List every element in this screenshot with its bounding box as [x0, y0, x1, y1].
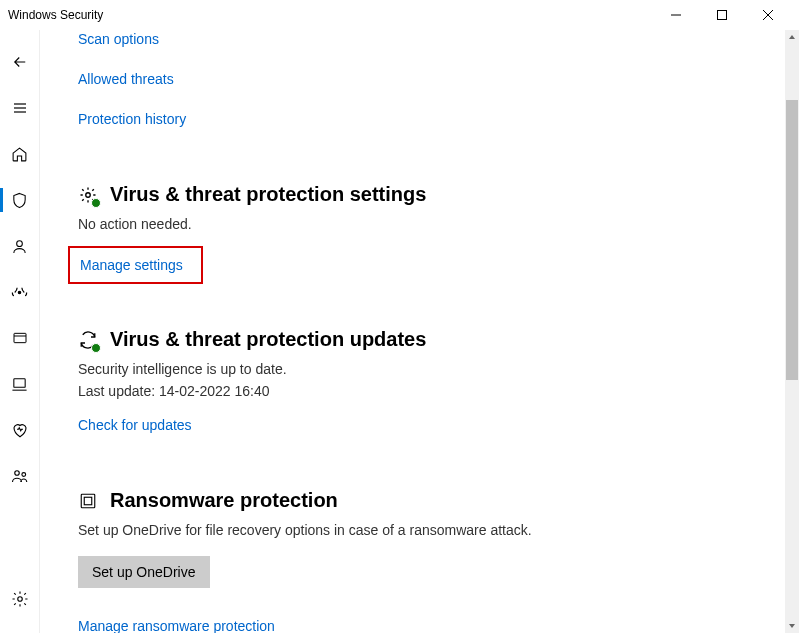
manage-settings-highlight: Manage settings [68, 246, 203, 284]
ransomware-section: Ransomware protection Set up OneDrive fo… [78, 489, 759, 633]
svg-point-15 [17, 597, 22, 602]
svg-point-8 [18, 291, 20, 293]
close-button[interactable] [745, 0, 791, 30]
sidebar-item-device-health[interactable] [0, 414, 40, 446]
manage-settings-link[interactable]: Manage settings [80, 257, 183, 273]
sidebar-item-device-security[interactable] [0, 368, 40, 400]
svg-point-14 [21, 473, 25, 477]
sidebar-item-settings[interactable] [0, 583, 40, 615]
ransomware-desc: Set up OneDrive for file recovery option… [78, 522, 759, 538]
svg-rect-1 [718, 11, 727, 20]
sidebar-item-account[interactable] [0, 230, 40, 262]
updates-title: Virus & threat protection updates [110, 328, 426, 351]
svg-rect-11 [14, 378, 25, 387]
ransomware-title: Ransomware protection [110, 489, 338, 512]
window-title: Windows Security [8, 8, 653, 22]
allowed-threats-link[interactable]: Allowed threats [78, 71, 174, 87]
sidebar-item-family[interactable] [0, 460, 40, 492]
settings-title: Virus & threat protection settings [110, 183, 426, 206]
svg-point-7 [17, 240, 23, 246]
svg-rect-18 [84, 497, 92, 505]
check-updates-link[interactable]: Check for updates [78, 417, 192, 433]
scan-options-link[interactable]: Scan options [78, 31, 159, 47]
sidebar-item-home[interactable] [0, 138, 40, 170]
svg-point-16 [86, 192, 91, 197]
scrollbar[interactable] [785, 30, 799, 633]
scroll-down-arrow[interactable] [785, 619, 799, 633]
manage-ransomware-link[interactable]: Manage ransomware protection [78, 618, 275, 633]
sidebar-item-virus-protection[interactable] [0, 184, 40, 216]
protection-history-link[interactable]: Protection history [78, 111, 186, 127]
sidebar-item-app-browser[interactable] [0, 322, 40, 354]
settings-desc: No action needed. [78, 216, 759, 232]
scrollbar-thumb[interactable] [786, 100, 798, 380]
sidebar [0, 30, 40, 633]
main-content: Scan options Allowed threats Protection … [40, 30, 799, 633]
sidebar-item-firewall[interactable] [0, 276, 40, 308]
titlebar: Windows Security [0, 0, 799, 30]
minimize-button[interactable] [653, 0, 699, 30]
menu-button[interactable] [0, 92, 40, 124]
back-button[interactable] [0, 46, 40, 78]
refresh-icon [78, 330, 98, 350]
window-controls [653, 0, 791, 30]
ransomware-icon [78, 491, 98, 511]
svg-rect-17 [81, 494, 95, 508]
setup-onedrive-button[interactable]: Set up OneDrive [78, 556, 210, 588]
svg-point-13 [14, 471, 19, 476]
settings-gear-icon [78, 185, 98, 205]
scroll-up-arrow[interactable] [785, 30, 799, 44]
last-update-text: Last update: 14-02-2022 16:40 [78, 383, 759, 399]
updates-desc: Security intelligence is up to date. [78, 361, 759, 377]
maximize-button[interactable] [699, 0, 745, 30]
svg-rect-9 [14, 333, 26, 342]
updates-section: Virus & threat protection updates Securi… [78, 328, 759, 445]
settings-section: Virus & threat protection settings No ac… [78, 183, 759, 284]
